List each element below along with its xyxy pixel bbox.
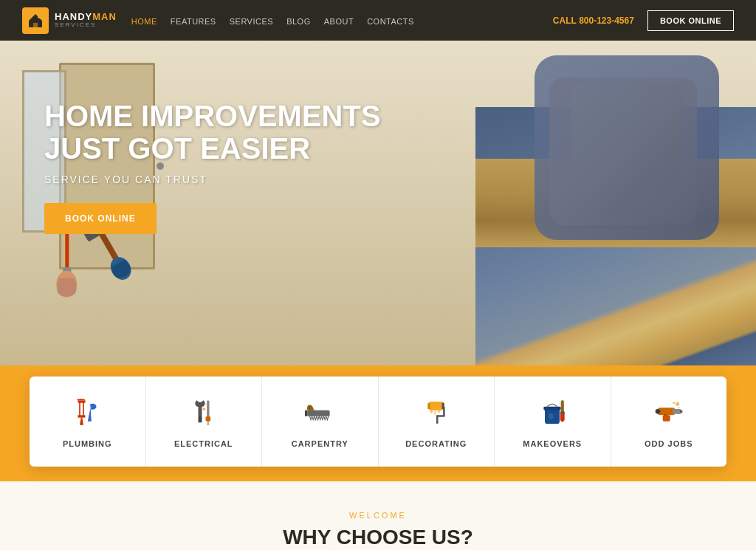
phone-number: 800-123-4567 — [579, 16, 634, 26]
svg-rect-28 — [673, 409, 681, 414]
svg-rect-7 — [198, 416, 202, 422]
svg-rect-19 — [436, 415, 439, 424]
why-title: WHY CHOOSE US? — [22, 526, 734, 549]
nav-contacts[interactable]: CONTACTS — [367, 17, 414, 26]
makeovers-label: MAKEOVERS — [523, 439, 582, 448]
navbar: HANDYMAN SERVICES HOME FEATURES SERVICES… — [0, 0, 756, 41]
svg-point-33 — [676, 402, 679, 406]
svg-rect-14 — [429, 402, 444, 410]
service-decorating[interactable]: DECORATING — [379, 377, 495, 467]
electrical-label: ELECTRICAL — [174, 439, 233, 448]
logo-icon — [22, 7, 49, 34]
call-info: CALL 800-123-4567 — [553, 16, 634, 26]
svg-point-22 — [437, 410, 439, 413]
plumbing-label: PLUMBING — [63, 439, 112, 448]
svg-point-0 — [38, 16, 41, 18]
logo-text: HANDYMAN SERVICES — [55, 12, 117, 29]
why-welcome-label: Welcome — [22, 511, 734, 520]
makeovers-icon — [537, 395, 567, 430]
carpentry-label: CARPENTRY — [292, 439, 348, 448]
nav-features[interactable]: FEATURES — [171, 17, 216, 26]
svg-text:✦: ✦ — [201, 405, 206, 413]
svg-rect-15 — [427, 403, 430, 409]
svg-point-21 — [434, 410, 436, 416]
svg-point-34 — [673, 402, 675, 404]
service-electrical[interactable]: ✦ ELECTRICAL — [146, 377, 263, 467]
service-plumbing[interactable]: PLUMBING — [30, 377, 146, 467]
navbar-right: CALL 800-123-4567 BOOK ONLINE — [553, 10, 734, 31]
decorating-icon — [422, 395, 451, 430]
brand-name: HANDYMAN — [55, 12, 117, 22]
nav-about[interactable]: ABOUT — [324, 17, 354, 26]
why-choose-us-section: Welcome WHY CHOOSE US? — [0, 481, 756, 550]
svg-rect-17 — [443, 407, 445, 416]
svg-point-35 — [678, 407, 680, 409]
service-carpentry[interactable]: CARPENTRY — [262, 377, 379, 467]
nav-blog[interactable]: BLOG — [286, 17, 311, 26]
brand-tagline: SERVICES — [55, 22, 117, 29]
nav-home[interactable]: HOME — [131, 17, 157, 26]
svg-point-32 — [656, 410, 659, 413]
electrical-icon: ✦ — [189, 395, 219, 430]
services-bar: PLUMBING ✦ ELECTRICAL — [30, 377, 726, 467]
svg-rect-9 — [205, 416, 210, 422]
logo[interactable]: HANDYMAN SERVICES — [22, 7, 117, 34]
nav-services[interactable]: SERVICES — [230, 17, 273, 26]
svg-rect-26 — [560, 411, 565, 413]
hero-worker-area — [424, 41, 756, 365]
plumbing-icon — [72, 395, 102, 430]
svg-rect-30 — [662, 415, 670, 421]
service-oddjobs[interactable]: ODD JOBS — [611, 377, 727, 467]
svg-point-20 — [430, 410, 432, 413]
book-online-nav-button[interactable]: BOOK ONLINE — [647, 10, 734, 31]
book-online-hero-button[interactable]: BOOK ONLINE — [44, 203, 157, 234]
svg-rect-29 — [680, 410, 682, 413]
decorating-label: DECORATING — [405, 439, 467, 448]
hero-title: HOME IMPROVEMENTS JUST GOT EASIER — [44, 100, 381, 165]
service-makeovers[interactable]: MAKEOVERS — [495, 377, 611, 467]
svg-point-13 — [309, 407, 310, 409]
oddjobs-label: ODD JOBS — [645, 439, 693, 448]
hero-subtitle: SERVICE YOU CAN TRUST — [44, 173, 381, 185]
svg-rect-23 — [544, 407, 561, 410]
carpentry-icon — [305, 395, 334, 430]
services-bar-wrapper: PLUMBING ✦ ELECTRICAL — [0, 365, 756, 481]
svg-rect-11 — [307, 410, 329, 416]
call-label: CALL — [553, 16, 577, 26]
navbar-left: HANDYMAN SERVICES HOME FEATURES SERVICES… — [22, 7, 414, 34]
hero-section: HOME IMPROVEMENTS JUST GOT EASIER SERVIC… — [0, 41, 756, 365]
svg-rect-8 — [207, 400, 209, 419]
hero-content: HOME IMPROVEMENTS JUST GOT EASIER SERVIC… — [44, 100, 381, 234]
svg-point-24 — [549, 413, 554, 419]
oddjobs-icon — [654, 395, 684, 430]
nav-links: HOME FEATURES SERVICES BLOG ABOUT CONTAC… — [131, 14, 414, 27]
